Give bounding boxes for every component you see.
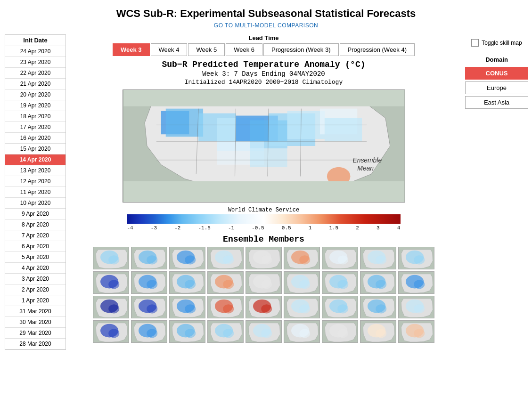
ensemble-thumb[interactable] — [284, 247, 320, 269]
svg-point-70 — [147, 280, 157, 289]
ensemble-thumb[interactable] — [322, 271, 358, 294]
ensemble-thumb[interactable] — [169, 296, 205, 318]
sidebar-item[interactable]: 8 Apr 2020 — [5, 219, 65, 230]
svg-point-166 — [376, 329, 386, 338]
lead-tab-prog4[interactable]: Progression (Week 4) — [340, 43, 415, 56]
sidebar-item[interactable]: 1 Apr 2020 — [5, 295, 65, 306]
sidebar-item[interactable]: 22 Apr 2020 — [5, 68, 65, 79]
ensemble-thumb[interactable] — [246, 296, 282, 318]
svg-point-98 — [414, 280, 425, 289]
ensemble-thumb[interactable] — [207, 247, 244, 269]
ensemble-thumb[interactable] — [284, 320, 320, 343]
ensemble-thumb[interactable] — [360, 247, 396, 269]
ensemble-thumb[interactable] — [398, 271, 434, 294]
sidebar-item[interactable]: 14 Apr 2020 — [5, 154, 65, 165]
map-info: Initialized 14APR2020 2000−2018 Climatol… — [71, 79, 457, 86]
sidebar-item[interactable]: 29 Mar 2020 — [5, 328, 65, 339]
sidebar-item[interactable]: 15 Apr 2020 — [5, 144, 65, 154]
svg-rect-24 — [123, 181, 404, 202]
ensemble-thumb[interactable] — [207, 271, 244, 294]
ensemble-thumb[interactable] — [360, 271, 396, 294]
ensemble-thumb[interactable] — [246, 271, 282, 294]
ensemble-thumb[interactable] — [93, 247, 129, 269]
sidebar-item[interactable]: 12 Apr 2020 — [5, 176, 65, 187]
ensemble-thumb[interactable] — [398, 296, 434, 318]
sidebar-item[interactable]: 10 Apr 2020 — [5, 198, 65, 209]
svg-point-82 — [261, 280, 272, 289]
ensemble-thumb[interactable] — [322, 320, 358, 343]
domain-label: Domain — [465, 56, 528, 63]
sidebar-item[interactable]: 9 Apr 2020 — [5, 209, 65, 219]
sidebar-item[interactable]: 21 Apr 2020 — [5, 79, 65, 89]
sidebar-item[interactable]: 3 Apr 2020 — [5, 274, 65, 284]
sidebar-item[interactable]: 7 Apr 2020 — [5, 230, 65, 241]
sidebar-item[interactable]: 17 Apr 2020 — [5, 122, 65, 133]
colorbar — [127, 214, 401, 224]
ensemble-thumb[interactable] — [131, 247, 167, 269]
lead-tab-week5[interactable]: Week 5 — [188, 43, 225, 56]
ensemble-thumb[interactable] — [398, 247, 434, 269]
colorbar-tick: 3 — [376, 225, 380, 231]
sidebar-item[interactable]: 30 Mar 2020 — [5, 317, 65, 328]
ensemble-thumb[interactable] — [322, 296, 358, 318]
sidebar-item[interactable]: 5 Apr 2020 — [5, 252, 65, 263]
sidebar-item[interactable]: 16 Apr 2020 — [5, 133, 65, 144]
lead-tab-week6[interactable]: Week 6 — [226, 43, 262, 56]
ensemble-thumb[interactable] — [246, 320, 282, 343]
ensemble-thumb[interactable] — [284, 271, 320, 294]
sidebar-item[interactable]: 6 Apr 2020 — [5, 241, 65, 252]
ensemble-thumb[interactable] — [360, 296, 396, 318]
ensemble-thumb[interactable] — [322, 247, 358, 269]
colorbar-tick: 0.5 — [282, 225, 291, 231]
sidebar-item[interactable]: 13 Apr 2020 — [5, 165, 65, 176]
ensemble-thumb[interactable] — [360, 320, 396, 343]
ensemble-row — [93, 296, 434, 318]
lead-time-section: Lead Time Week 3Week 4Week 5Week 6Progre… — [71, 34, 457, 56]
colorbar-tick: -1.5 — [198, 225, 210, 231]
sidebar-item[interactable]: 2 Apr 2020 — [5, 284, 65, 295]
svg-point-30 — [108, 255, 119, 264]
ensemble-thumb[interactable] — [398, 320, 434, 343]
ensemble-thumb[interactable] — [93, 320, 129, 343]
toggle-skill-checkbox[interactable] — [471, 39, 479, 47]
lead-tab-week3[interactable]: Week 3 — [113, 43, 150, 56]
map-title: Sub−R Predicted Temperature Anomaly (°C) — [71, 60, 457, 69]
ensemble-thumb[interactable] — [169, 320, 205, 343]
ensemble-thumb[interactable] — [169, 247, 205, 269]
sidebar-item[interactable]: 18 Apr 2020 — [5, 111, 65, 122]
lead-tab-prog3[interactable]: Progression (Week 3) — [263, 43, 338, 56]
sidebar-item[interactable]: 4 Apr 2020 — [5, 263, 65, 274]
svg-point-42 — [223, 255, 234, 264]
ensemble-thumb[interactable] — [169, 271, 205, 294]
sidebar-item[interactable]: 23 Apr 2020 — [5, 57, 65, 68]
sidebar-item[interactable]: 20 Apr 2020 — [5, 89, 65, 100]
domain-btn-europe[interactable]: Europe — [465, 81, 528, 94]
ensemble-thumb[interactable] — [131, 271, 167, 294]
sidebar-item[interactable]: 11 Apr 2020 — [5, 187, 65, 198]
ensemble-thumb[interactable] — [131, 320, 167, 343]
svg-point-62 — [414, 255, 425, 264]
multi-model-link[interactable]: GO TO MULTI-MODEL COMPARISON — [214, 22, 318, 29]
svg-point-142 — [147, 329, 157, 338]
ensemble-thumb[interactable] — [131, 296, 167, 318]
ensemble-row — [93, 271, 434, 294]
svg-point-150 — [223, 329, 234, 338]
colorbar-tick: -1 — [228, 225, 234, 231]
ensemble-thumb[interactable] — [207, 320, 244, 343]
ensemble-thumb[interactable] — [207, 296, 244, 318]
ensemble-thumb[interactable] — [93, 271, 129, 294]
domain-btn-east-asia[interactable]: East Asia — [465, 96, 528, 109]
ensemble-thumb[interactable] — [93, 296, 129, 318]
sidebar-item[interactable]: 31 Mar 2020 — [5, 306, 65, 317]
sidebar-item[interactable]: 19 Apr 2020 — [5, 100, 65, 111]
svg-text:Mean: Mean — [357, 164, 374, 172]
sidebar-item[interactable]: 28 Mar 2020 — [5, 339, 65, 349]
svg-point-102 — [108, 304, 119, 313]
lead-tab-week4[interactable]: Week 4 — [151, 43, 188, 56]
sidebar-item[interactable]: 24 Apr 2020 — [5, 46, 65, 57]
ensemble-thumb[interactable] — [246, 247, 282, 269]
domain-btn-conus[interactable]: CONUS — [465, 67, 528, 80]
toggle-skill-label: Toggle skill map — [482, 40, 522, 46]
svg-rect-14 — [250, 141, 287, 167]
ensemble-thumb[interactable] — [284, 296, 320, 318]
